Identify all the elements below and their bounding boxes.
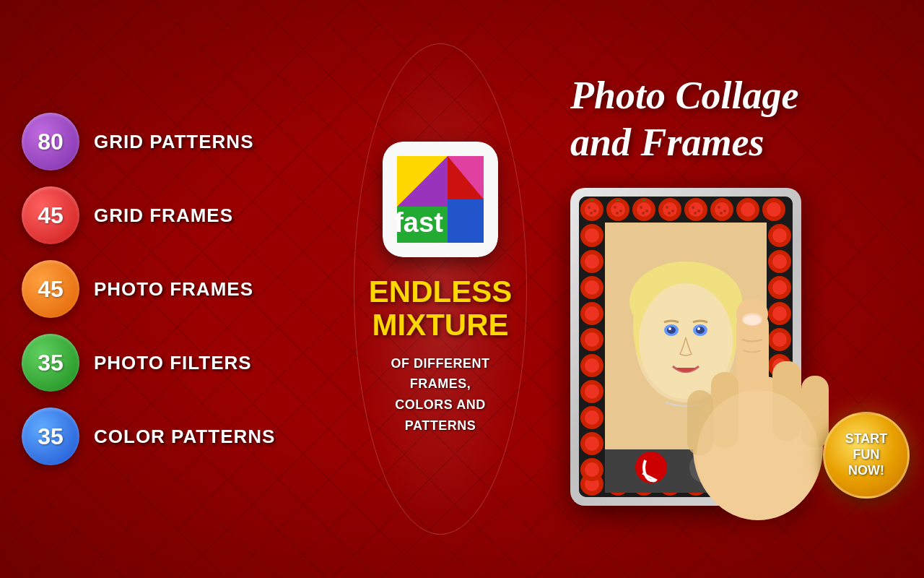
svg-point-86 — [616, 212, 619, 215]
svg-text:fast: fast — [394, 207, 443, 238]
feature-badge: 80 — [22, 113, 79, 171]
svg-point-97 — [723, 210, 726, 212]
svg-point-88 — [645, 210, 648, 212]
svg-point-52 — [585, 254, 599, 269]
app-icon[interactable]: fast — [383, 142, 498, 257]
feature-item: 35PHOTO FILTERS — [22, 334, 303, 392]
svg-point-21 — [689, 202, 703, 217]
feature-badge: 45 — [22, 186, 79, 244]
svg-point-82 — [593, 210, 596, 212]
svg-point-22 — [715, 202, 729, 217]
svg-marker-3 — [448, 199, 484, 243]
svg-point-19 — [637, 202, 651, 217]
feature-item: 80GRID PATTERNS — [22, 113, 303, 171]
feature-badge: 35 — [22, 334, 79, 392]
svg-point-83 — [590, 212, 593, 215]
svg-point-72 — [772, 254, 787, 269]
svg-point-59 — [585, 436, 599, 451]
svg-point-90 — [666, 206, 668, 209]
feature-label: PHOTO FILTERS — [94, 352, 252, 374]
svg-point-53 — [585, 280, 599, 295]
svg-point-58 — [585, 410, 599, 425]
svg-point-71 — [772, 228, 787, 243]
center-column: fast ENDLESS MIXTURE OF DIFFERENT FRAMES… — [325, 142, 556, 436]
svg-point-54 — [585, 306, 599, 321]
feature-label: COLOR PATTERNS — [94, 426, 275, 448]
svg-point-91 — [671, 210, 674, 212]
svg-point-84 — [614, 206, 616, 209]
svg-point-18 — [611, 202, 625, 217]
app-title: Photo Collage and Frames — [570, 72, 799, 166]
feature-badge: 45 — [22, 260, 79, 318]
feature-item: 45GRID FRAMES — [22, 186, 303, 244]
svg-point-56 — [585, 358, 599, 373]
hand-image — [657, 267, 859, 520]
start-button-text: START FUN NOW! — [845, 431, 888, 478]
svg-point-51 — [585, 228, 599, 243]
svg-point-123 — [697, 390, 819, 520]
right-column: Photo Collage and Frames — [556, 58, 924, 520]
svg-point-85 — [619, 210, 622, 212]
svg-point-24 — [767, 202, 781, 217]
features-list: 80GRID PATTERNS45GRID FRAMES45PHOTO FRAM… — [0, 98, 325, 480]
endless-title: ENDLESS MIXTURE — [369, 275, 512, 342]
feature-label: GRID FRAMES — [94, 204, 233, 227]
feature-label: PHOTO FRAMES — [94, 278, 253, 301]
svg-point-20 — [663, 202, 677, 217]
svg-point-87 — [640, 206, 642, 209]
svg-point-81 — [588, 206, 590, 209]
svg-point-92 — [668, 212, 671, 215]
svg-point-23 — [741, 202, 755, 217]
svg-point-125 — [744, 315, 761, 325]
start-fun-now-button[interactable]: START FUN NOW! — [823, 412, 910, 499]
svg-point-93 — [692, 206, 694, 209]
svg-point-94 — [697, 210, 700, 212]
feature-badge: 35 — [22, 407, 79, 465]
svg-point-96 — [718, 206, 720, 209]
feature-item: 35COLOR PATTERNS — [22, 407, 303, 465]
svg-point-17 — [585, 202, 599, 217]
svg-point-55 — [585, 332, 599, 347]
feature-item: 45PHOTO FRAMES — [22, 260, 303, 318]
feature-label: GRID PATTERNS — [94, 131, 253, 153]
svg-point-89 — [642, 212, 645, 215]
svg-point-57 — [585, 384, 599, 399]
svg-point-98 — [720, 212, 723, 215]
mixture-description: OF DIFFERENT FRAMES, COLORS AND PATTERNS — [391, 353, 490, 436]
main-container: 80GRID PATTERNS45GRID FRAMES45PHOTO FRAM… — [0, 0, 924, 578]
svg-point-95 — [694, 212, 697, 215]
svg-point-60 — [585, 462, 599, 477]
